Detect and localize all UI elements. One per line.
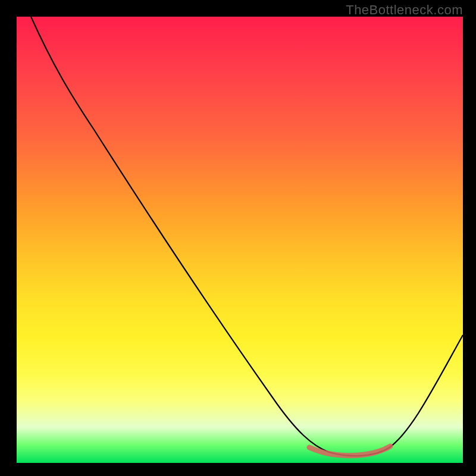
curve-svg (17, 17, 463, 463)
chart-container: TheBottleneck.com (0, 0, 476, 476)
plot-area (17, 17, 463, 463)
main-curve (31, 17, 463, 456)
highlight-segment (309, 446, 390, 456)
watermark-text: TheBottleneck.com (346, 2, 463, 18)
